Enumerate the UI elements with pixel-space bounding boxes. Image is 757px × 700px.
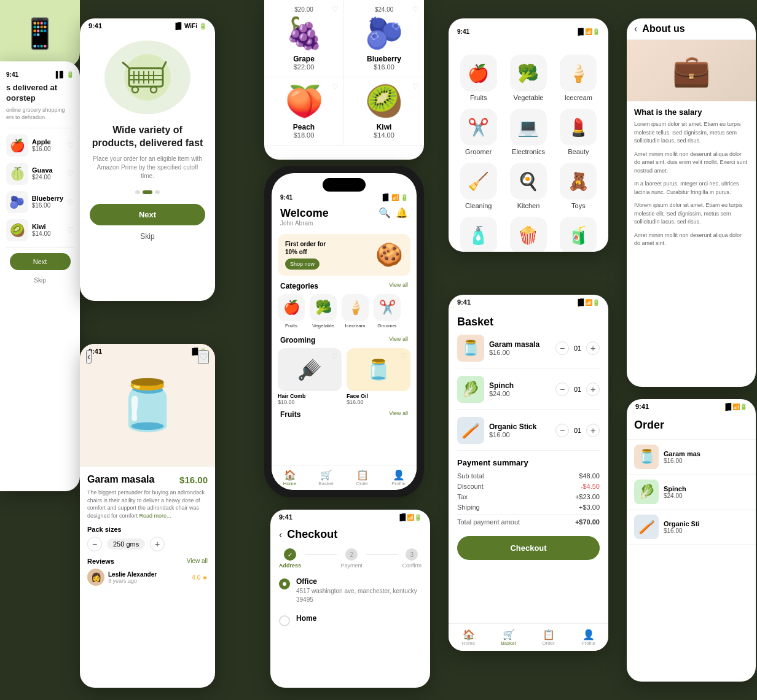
- checkout-back-button[interactable]: ‹: [279, 529, 282, 540]
- groomer-icon: ✂️: [374, 294, 401, 321]
- checkout-header: ‹ Checkout: [270, 522, 430, 545]
- bell-icon[interactable]: 🔔: [396, 207, 408, 219]
- wishlist-button[interactable]: ♡: [198, 350, 209, 364]
- categories-grid: 🍎 Fruits 🥦 Vegetable 🍦 Icecream ✂️ Groom…: [449, 46, 608, 252]
- cat-grid-kitchen[interactable]: 🍳 Kitchen: [507, 163, 549, 209]
- blueberry-icon-top: 🫐: [350, 15, 418, 51]
- about-back-button[interactable]: ‹: [634, 23, 637, 34]
- grooming-item-face-oil: 🫙 ♡ Face Oil $16.00: [347, 348, 410, 405]
- beauty-grid-icon: 💄: [560, 109, 597, 146]
- heart-icon-grape[interactable]: ♡: [332, 5, 339, 14]
- address-office-radio[interactable]: [279, 578, 290, 589]
- heart-icon-face-oil[interactable]: ♡: [400, 352, 407, 360]
- next-button-far-left[interactable]: Next: [10, 253, 71, 270]
- cat-grid-cleaning[interactable]: 🧹 Cleaning: [457, 163, 500, 209]
- heart-icon-guava[interactable]: ♡: [67, 169, 74, 178]
- peach-icon: 🍑: [270, 84, 337, 119]
- spinch-basket-name: Spinch: [489, 381, 551, 390]
- cat-grid-groomer[interactable]: ✂️ Groomer: [457, 109, 500, 155]
- next-button[interactable]: Next: [90, 204, 205, 225]
- category-vegetable[interactable]: 🥦 Vegetable: [310, 294, 337, 329]
- step-address-label: Address: [279, 562, 301, 569]
- cat-grid-icecream[interactable]: 🍦 Icecream: [557, 55, 600, 101]
- fruits-view-all[interactable]: View all: [389, 410, 408, 419]
- cat-grid-vegetable[interactable]: 🥦 Vegetable: [507, 55, 549, 101]
- nav-order-label: Order: [344, 481, 380, 486]
- organic-stick-increase-btn[interactable]: +: [586, 424, 600, 437]
- cart-illustration: [104, 41, 190, 114]
- category-groomer[interactable]: ✂️ Groomer: [374, 294, 401, 329]
- cat-grid-toys[interactable]: 🧸 Toys: [557, 163, 600, 209]
- total-row: Total payment amout +$70.00: [457, 514, 600, 526]
- spinch-decrease-btn[interactable]: −: [555, 383, 569, 396]
- categories-label: Categories: [280, 282, 318, 290]
- cat-grid-snacks[interactable]: 🍿 Snacks: [507, 217, 549, 252]
- dot-3: [155, 190, 160, 194]
- reviews-view-all[interactable]: View all: [187, 558, 208, 565]
- nav-basket-label: Basket: [308, 481, 344, 486]
- spinch-qty-row: − 01 +: [555, 383, 600, 396]
- product-cell-kiwi: ♡ 🥝 Kiwi $14.00: [344, 77, 424, 146]
- grape-icon: 🍇: [270, 15, 337, 51]
- category-fruits[interactable]: 🍎 Fruits: [278, 294, 305, 329]
- hair-comb-image: 🪮 ♡: [278, 348, 342, 391]
- organic-stick-decrease-btn[interactable]: −: [555, 424, 569, 437]
- cat-grid-electronics[interactable]: 💻 Electronics: [507, 109, 549, 155]
- garam-increase-btn[interactable]: +: [586, 341, 600, 355]
- category-icecream[interactable]: 🍦 Icecream: [342, 294, 369, 329]
- product-cell-peach: ♡ 🍑 Peach $18.00: [264, 77, 344, 146]
- heart-icon-kiwi[interactable]: ♡: [67, 226, 74, 235]
- cat-grid-hygiene[interactable]: 🧴 Hygiene: [457, 217, 500, 252]
- nav-home[interactable]: 🏠 Home: [272, 469, 308, 486]
- grooming-view-all[interactable]: View all: [389, 336, 408, 344]
- categories-view-all[interactable]: View all: [389, 282, 408, 290]
- checkout-status-bar: 9:41 ▐▊📶🔋: [270, 510, 430, 522]
- address-office[interactable]: Office 4517 washington ave, manchester, …: [270, 572, 430, 609]
- skip-button[interactable]: Skip: [140, 232, 154, 241]
- address-office-title: Office: [296, 577, 422, 586]
- skip-label[interactable]: Skip: [34, 277, 45, 284]
- increase-qty-button[interactable]: +: [150, 537, 165, 551]
- nav-profile[interactable]: 👤 Profile: [380, 469, 417, 486]
- main-status-time: 9:41: [280, 194, 292, 201]
- profile-icon: 👤: [380, 469, 417, 481]
- reviews-label: Reviews: [87, 558, 114, 565]
- total-value: +$70.00: [575, 518, 600, 526]
- spinch-increase-btn[interactable]: +: [586, 383, 600, 396]
- heart-icon-apple[interactable]: ♡: [67, 141, 74, 150]
- cat-grid-fruits[interactable]: 🍎 Fruits: [457, 55, 500, 101]
- read-more-link[interactable]: Read more...: [139, 513, 171, 519]
- garam-decrease-btn[interactable]: −: [555, 341, 569, 355]
- nav-order[interactable]: 📋 Order: [344, 469, 380, 486]
- search-icon[interactable]: 🔍: [378, 207, 391, 219]
- heart-icon-hair-comb[interactable]: ♡: [331, 352, 338, 360]
- icecream-label: Icecream: [342, 323, 369, 329]
- nav-basket[interactable]: 🛒 Basket: [308, 469, 344, 486]
- heart-icon-blueberry-top[interactable]: ♡: [412, 5, 419, 14]
- basket-nav-basket[interactable]: 🛒 Basket: [488, 629, 528, 646]
- heart-icon-blueberry[interactable]: ♡: [67, 198, 74, 206]
- cat-grid-beauty[interactable]: 💄 Beauty: [557, 109, 600, 155]
- svg-line-10: [123, 63, 126, 65]
- welcome-action-icons: 🔍 🔔: [378, 207, 408, 219]
- basket-nav-profile[interactable]: 👤 Profile: [568, 629, 608, 646]
- main-status-bar: 9:41 ▐▊ 📶 🔋: [272, 194, 417, 203]
- address-home[interactable]: Home: [270, 609, 430, 631]
- order-item-garam: 🫙 Garam mas $16.00: [627, 440, 756, 475]
- heart-icon-kiwi-top[interactable]: ♡: [412, 82, 419, 91]
- decrease-qty-button[interactable]: −: [87, 537, 102, 551]
- heart-icon-peach[interactable]: ♡: [332, 82, 339, 91]
- checkout-button[interactable]: Checkout: [457, 536, 600, 560]
- address-home-radio[interactable]: [279, 615, 290, 626]
- basket-nav-order[interactable]: 📋 Order: [528, 629, 568, 646]
- cat-grid-beverages[interactable]: 🧃 Beverages: [557, 217, 600, 252]
- list-item: 🥝 Kiwi $14.00 ♡: [6, 219, 74, 241]
- radio-inner: [283, 582, 286, 586]
- main-phone-card: 9:41 ▐▊ 📶 🔋 Welcome John Abram 🔍 🔔 First…: [264, 166, 424, 497]
- basket-nav-home[interactable]: 🏠 Home: [449, 629, 488, 646]
- shop-now-button[interactable]: Shop now: [285, 259, 320, 270]
- back-button-product[interactable]: ‹: [86, 350, 92, 364]
- far-left-status-icons: ▐ ▊ 🔋: [53, 71, 74, 78]
- tax-label: Tax: [457, 493, 468, 500]
- decoration-top-left: 📱: [0, 0, 80, 68]
